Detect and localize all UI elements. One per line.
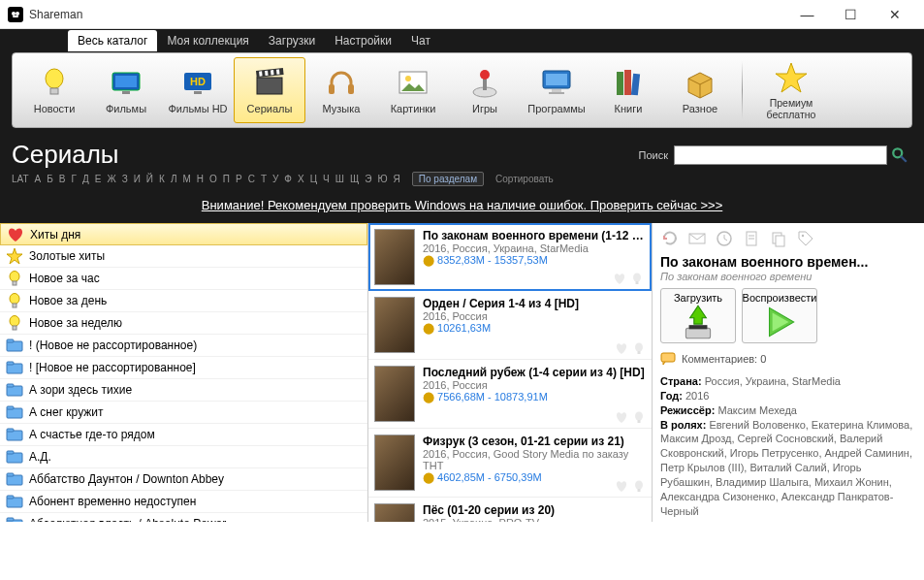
heart-icon[interactable] — [615, 479, 628, 493]
sidebar-item[interactable]: Аббатство Даунтон / Downton Abbey — [0, 468, 367, 491]
premium-button[interactable]: Премиумбесплатно — [749, 57, 834, 123]
sidebar: Хиты дняЗолотые хитыНовое за часНовое за… — [0, 223, 368, 522]
sidebar-item[interactable]: А.Д. — [0, 446, 367, 468]
category-headphones[interactable]: Музыка — [305, 57, 377, 123]
search-icon[interactable] — [891, 146, 908, 164]
sidebar-item[interactable]: А снег кружит — [0, 402, 367, 424]
alpha-К[interactable]: К — [159, 174, 165, 184]
image-icon — [396, 65, 430, 100]
alpha-Щ[interactable]: Щ — [350, 174, 359, 184]
card-actions — [615, 341, 646, 355]
alpha-Ю[interactable]: Ю — [377, 174, 387, 184]
result-card[interactable]: По законам военного времени (1-12 сер201… — [368, 223, 652, 291]
alpha-М[interactable]: М — [182, 174, 190, 184]
alpha-Ф[interactable]: Ф — [284, 174, 292, 184]
menu-настройки[interactable]: Настройки — [325, 30, 401, 51]
heart-icon[interactable] — [615, 410, 628, 424]
mail-icon[interactable] — [687, 229, 707, 248]
copy-icon[interactable] — [769, 229, 788, 248]
sidebar-item[interactable]: ! (Новое не рассортированное) — [0, 335, 367, 357]
category-clapper[interactable]: Сериалы — [234, 57, 305, 123]
category-image[interactable]: Картинки — [377, 57, 449, 123]
alpha-Г[interactable]: Г — [72, 174, 77, 184]
category-tv[interactable]: Фильмы — [90, 57, 162, 123]
close-button[interactable]: ✕ — [873, 1, 916, 28]
alpha-Й[interactable]: Й — [146, 174, 153, 184]
bulb-icon[interactable] — [630, 272, 644, 285]
menu-загрузки[interactable]: Загрузки — [259, 30, 325, 51]
sidebar-item[interactable]: Абсолютная власть / Absolute Power — [0, 513, 367, 522]
sidebar-item[interactable]: А зори здесь тихие — [0, 379, 367, 402]
sidebar-item[interactable]: ! [Новое не рассортированное] — [0, 357, 367, 379]
alpha-Я[interactable]: Я — [394, 174, 400, 184]
alpha-Д[interactable]: Д — [82, 174, 89, 184]
warning-link[interactable]: Внимание! Рекомендуем проверить Windows … — [202, 198, 722, 212]
heart-icon[interactable] — [615, 341, 628, 355]
result-card[interactable]: Пёс (01-20 серии из 20)2015, Украина, PR… — [368, 498, 652, 522]
window-title: Shareman — [29, 8, 785, 21]
alpha-Э[interactable]: Э — [365, 174, 371, 184]
alpha-Р[interactable]: Р — [236, 174, 242, 184]
play-button[interactable]: Воспроизвести — [742, 288, 817, 343]
svg-rect-52 — [7, 473, 14, 476]
heart-icon[interactable] — [613, 272, 626, 285]
alpha-В[interactable]: В — [59, 174, 66, 184]
menu-чат[interactable]: Чат — [401, 30, 440, 51]
minimize-button[interactable]: — — [785, 1, 829, 28]
category-bulb[interactable]: Новости — [18, 57, 90, 123]
alpha-Н[interactable]: Н — [197, 174, 204, 184]
sidebar-item[interactable]: Новое за неделю — [0, 312, 367, 335]
menu-моя-коллекция[interactable]: Моя коллекция — [157, 30, 258, 51]
alpha-Т[interactable]: Т — [261, 174, 267, 184]
alpha-А[interactable]: А — [35, 174, 42, 184]
result-card[interactable]: Орден / Серия 1-4 из 4 [HD]2016, Россия⬤… — [368, 291, 652, 360]
alpha-Х[interactable]: Х — [298, 174, 304, 184]
category-books[interactable]: Книги — [592, 57, 664, 123]
alpha-Б[interactable]: Б — [47, 174, 53, 184]
alpha-У[interactable]: У — [272, 174, 278, 184]
bulb-icon[interactable] — [632, 341, 646, 355]
category-monitor[interactable]: Программы — [521, 57, 592, 123]
search-input[interactable] — [674, 145, 887, 165]
alpha-И[interactable]: И — [134, 174, 141, 184]
download-button[interactable]: Загрузить — [660, 288, 736, 343]
sidebar-item[interactable]: Новое за час — [0, 268, 367, 290]
sidebar-item[interactable]: Хиты дня — [0, 223, 367, 245]
category-box[interactable]: Разное — [664, 57, 736, 123]
sort-button[interactable]: Сортировать — [495, 174, 554, 184]
alpha-Ж[interactable]: Ж — [107, 174, 115, 184]
bulb-icon[interactable] — [632, 479, 646, 493]
svg-rect-13 — [259, 72, 263, 77]
folder-icon — [6, 337, 23, 354]
doc-icon[interactable] — [742, 229, 761, 248]
sidebar-item[interactable]: Золотые хиты — [0, 245, 367, 268]
alpha-Л[interactable]: Л — [171, 174, 177, 184]
comment-icon — [660, 351, 676, 367]
history-icon[interactable] — [715, 229, 734, 248]
alpha-Ц[interactable]: Ц — [310, 174, 317, 184]
sidebar-item[interactable]: Новое за день — [0, 290, 367, 312]
folder-icon — [6, 381, 23, 399]
category-hd[interactable]: HDФильмы HD — [162, 57, 234, 123]
comments-row[interactable]: Комментариев: 0 — [660, 351, 916, 367]
alpha-Ч[interactable]: Ч — [323, 174, 330, 184]
alpha-LAT[interactable]: LAT — [12, 174, 29, 184]
maximize-button[interactable]: ☐ — [829, 1, 873, 28]
filter-by-section[interactable]: По разделам — [412, 172, 484, 186]
alpha-П[interactable]: П — [223, 174, 230, 184]
refresh-icon[interactable] — [660, 229, 680, 248]
card-meta: 2016, Россия — [423, 310, 646, 322]
alpha-Е[interactable]: Е — [95, 174, 102, 184]
category-joystick[interactable]: Игры — [449, 57, 521, 123]
alpha-С[interactable]: С — [248, 174, 255, 184]
bulb-icon[interactable] — [632, 410, 646, 424]
sidebar-item[interactable]: Абонент временно недоступен — [0, 491, 367, 513]
alpha-О[interactable]: О — [209, 174, 217, 184]
menu-весь-каталог[interactable]: Весь каталог — [68, 30, 157, 51]
result-card[interactable]: Физрук (3 сезон, 01-21 серии из 21)2016,… — [368, 429, 652, 498]
alpha-З[interactable]: З — [122, 174, 128, 184]
result-card[interactable]: Последний рубеж (1-4 серии из 4) [HD]201… — [368, 360, 652, 429]
sidebar-item[interactable]: А счастье где-то рядом — [0, 424, 367, 446]
tag-icon[interactable] — [796, 229, 815, 248]
alpha-Ш[interactable]: Ш — [335, 174, 344, 184]
